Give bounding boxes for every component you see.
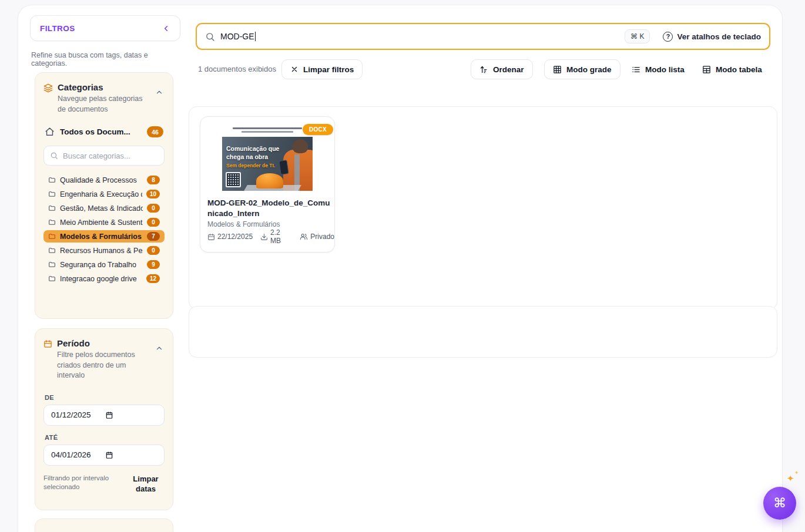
category-search-input[interactable]: [63, 151, 158, 160]
date-to-input[interactable]: 04/01/2026: [43, 445, 165, 466]
category-item[interactable]: Meio Ambiente & Sustent... 0: [43, 216, 165, 228]
help-icon: ?: [663, 32, 673, 42]
download-icon: [260, 233, 268, 241]
grid-mode-button[interactable]: Modo grade: [544, 59, 620, 79]
period-subtitle: Filtre pelos documentos criados dentro d…: [57, 350, 151, 381]
keyboard-shortcut-badge: ⌘ K: [625, 29, 650, 43]
sort-icon: [479, 65, 488, 74]
document-card[interactable]: Comunicação que chega na obra Sem depend…: [200, 116, 335, 252]
file-type-badge: DOCX: [303, 124, 333, 135]
date-to-label: ATÉ: [45, 434, 165, 441]
clear-dates-button[interactable]: Limpar datas: [127, 474, 165, 494]
document-visibility: Privado: [300, 233, 334, 241]
folder-icon: [48, 247, 56, 254]
period-section: Período Filtre pelos documentos criados …: [35, 328, 173, 510]
all-documents-count-badge: 46: [147, 126, 163, 137]
category-count-badge: 10: [146, 190, 160, 198]
category-count-badge: 0: [147, 218, 160, 227]
category-item-selected[interactable]: Modelos & Formulários 7: [43, 230, 165, 243]
date-from-label: DE: [45, 394, 165, 401]
category-count-badge: 9: [147, 260, 160, 269]
list-mode-button[interactable]: Modo lista: [623, 59, 693, 79]
document-size: 2.2 MB: [260, 228, 292, 245]
category-count-badge: 8: [147, 176, 160, 184]
collapse-sidebar-icon[interactable]: [162, 24, 170, 33]
date-from-input[interactable]: 01/12/2025: [43, 405, 165, 426]
category-item[interactable]: Engenharia & Execução d... 10: [43, 188, 165, 200]
period-title: Período: [57, 338, 151, 348]
clear-filters-button[interactable]: Limpar filtros: [281, 59, 363, 79]
calendar-icon: [207, 233, 215, 241]
category-item[interactable]: Recursos Humanos & Pes... 0: [43, 244, 165, 257]
home-icon: [45, 127, 55, 137]
category-item[interactable]: Segurança do Trabalho 9: [43, 258, 165, 271]
period-status-text: Filtrando por intervalo selecionado: [43, 474, 109, 492]
folder-icon: [48, 204, 56, 212]
chevron-up-icon[interactable]: [155, 344, 163, 352]
category-search: [43, 146, 165, 166]
category-item[interactable]: Qualidade & Processos 8: [43, 174, 165, 186]
categories-section: Categorias Navegue pelas categorias de d…: [35, 72, 173, 319]
app-container: FILTROS Refine sua busca com tags, datas…: [18, 5, 783, 532]
documents-grid-panel: Comunicação que chega na obra Sem depend…: [189, 106, 777, 309]
search-icon: [50, 151, 58, 160]
category-count-badge: 12: [146, 274, 160, 283]
next-section-stub: [35, 518, 173, 532]
search-input-value[interactable]: MOD-GE: [220, 32, 254, 41]
category-item[interactable]: Gestão, Metas & Indicado... 0: [43, 202, 165, 214]
document-meta: 22/12/2025 2.2 MB Privado: [207, 228, 334, 245]
folder-icon: [48, 190, 56, 198]
sort-button[interactable]: Ordenar: [471, 59, 533, 79]
folder-icon: [48, 275, 56, 282]
sparkle-icon: ✦: [787, 473, 794, 484]
folder-icon: [48, 176, 56, 184]
search-icon: [205, 32, 215, 42]
category-list: Qualidade & Processos 8 Engenharia & Exe…: [43, 174, 165, 285]
thumbnail-tagline: Sem depender de TI.: [226, 163, 280, 169]
table-icon: [702, 65, 711, 74]
all-documents-item[interactable]: Todos os Docum... 46: [45, 126, 163, 137]
table-mode-button[interactable]: Modo tabela: [694, 59, 770, 79]
grid-icon: [553, 65, 562, 74]
users-icon: [300, 233, 308, 241]
folder-icon: [48, 218, 56, 226]
layers-icon: [43, 83, 53, 93]
document-category: Modelos & Formulários: [207, 220, 327, 228]
category-count-badge: 7: [147, 232, 160, 241]
filters-header: FILTROS: [30, 15, 180, 41]
calendar-picker-icon[interactable]: [105, 451, 113, 459]
folder-icon: [48, 261, 56, 268]
qr-code: [226, 172, 241, 187]
thumbnail-photo: Comunicação que chega na obra Sem depend…: [222, 137, 313, 191]
category-count-badge: 0: [147, 246, 160, 255]
document-thumbnail: Comunicação que chega na obra Sem depend…: [222, 123, 313, 191]
text-caret: [255, 32, 256, 41]
filters-title: FILTROS: [40, 24, 75, 33]
categories-subtitle: Navegue pelas categorias de documentos: [58, 94, 146, 115]
sparkle-icon: ✦: [794, 470, 799, 476]
categories-title: Categorias: [58, 82, 146, 92]
category-item[interactable]: Integracao google drive 12: [43, 272, 165, 285]
command-fab-button[interactable]: ⌘: [763, 487, 796, 520]
documents-count-text: 1 documentos exibidos: [198, 65, 276, 73]
close-icon: [290, 65, 298, 73]
category-count-badge: 0: [147, 204, 160, 213]
thumbnail-letterhead: [222, 123, 313, 137]
empty-panel: [189, 306, 777, 358]
thumbnail-headline: Comunicação que chega na obra: [226, 145, 280, 161]
view-shortcuts-button[interactable]: ? Ver atalhos de teclado: [663, 32, 761, 42]
document-date: 22/12/2025: [207, 233, 253, 241]
chevron-up-icon[interactable]: [155, 88, 163, 96]
calendar-picker-icon[interactable]: [105, 411, 113, 419]
list-icon: [632, 65, 640, 74]
all-documents-label: Todos os Docum...: [60, 127, 142, 136]
document-title: MOD-GER-02_Modelo_de_Comunicado_Intern: [207, 198, 332, 218]
document-search-bar[interactable]: MOD-GE ⌘ K ? Ver atalhos de teclado: [196, 23, 770, 50]
folder-open-icon: [48, 233, 56, 240]
calendar-icon: [43, 339, 52, 348]
sidebar-description: Refine sua busca com tags, datas e categ…: [31, 51, 175, 68]
results-toolbar: 1 documentos exibidos Limpar filtros Ord…: [196, 59, 770, 79]
